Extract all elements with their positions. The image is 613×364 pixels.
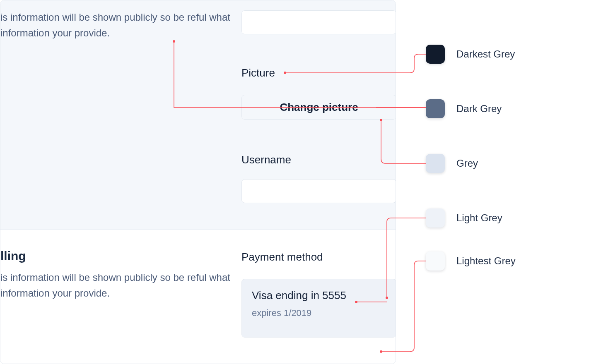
billing-right-column: Payment method Visa ending in 5555 expir… — [241, 230, 396, 364]
section-profile: is information will be shown publicly so… — [0, 0, 396, 230]
payment-method-label: Payment method — [241, 251, 323, 263]
section-billing: lling is information will be shown publi… — [0, 230, 396, 364]
swatch-dark-grey — [426, 99, 445, 118]
settings-card: is information will be shown publicly so… — [0, 0, 396, 364]
legend-label-lightest-grey: Lightest Grey — [456, 255, 516, 267]
legend-item-lightest-grey: Lightest Grey — [426, 251, 516, 271]
swatch-darkest-grey — [426, 45, 445, 64]
swatch-light-grey — [426, 208, 445, 228]
payment-method-box[interactable]: Visa ending in 5555 expires 1/2019 — [241, 279, 396, 338]
username-label: Username — [241, 153, 291, 166]
legend-label-dark-grey: Dark Grey — [456, 103, 502, 115]
payment-card-title: Visa ending in 5555 — [252, 289, 386, 302]
swatch-lightest-grey — [426, 251, 445, 271]
billing-heading: lling — [0, 249, 26, 263]
legend-item-dark-grey: Dark Grey — [426, 99, 502, 118]
legend-label-light-grey: Light Grey — [456, 212, 502, 224]
swatch-grey — [426, 154, 445, 173]
profile-right-column: Picture Change picture Username — [241, 0, 396, 230]
picture-label: Picture — [241, 67, 275, 79]
legend-item-light-grey: Light Grey — [426, 208, 502, 228]
payment-card-subtitle: expires 1/2019 — [252, 308, 386, 318]
profile-input-top[interactable] — [241, 10, 396, 34]
billing-description: is information will be shown publicly so… — [0, 270, 232, 302]
legend-label-darkest-grey: Darkest Grey — [456, 48, 515, 60]
change-picture-button-label: Change picture — [280, 101, 358, 114]
legend-label-grey: Grey — [456, 158, 478, 169]
legend-item-darkest-grey: Darkest Grey — [426, 45, 515, 64]
username-input[interactable] — [241, 179, 396, 203]
legend-item-grey: Grey — [426, 154, 478, 173]
change-picture-button[interactable]: Change picture — [241, 95, 396, 120]
profile-description: is information will be shown publicly so… — [0, 10, 232, 41]
